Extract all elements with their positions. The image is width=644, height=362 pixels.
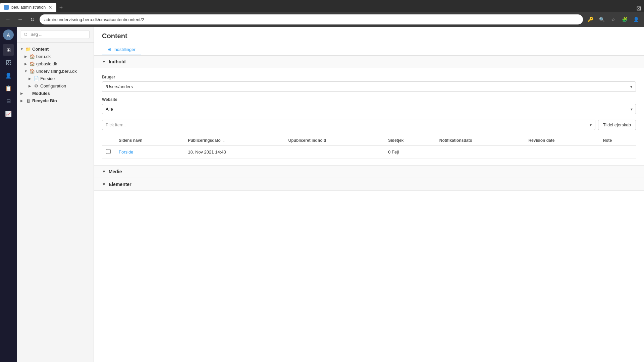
zoom-icon[interactable]: 🔍 [597,15,606,24]
arrow-right-icon: ▶ [19,91,24,96]
arrow-right-icon: ▶ [28,83,32,88]
main-content: Content ⊞ Indstillinger ▼ Indhold Bruger [94,27,644,362]
browser-toolbar: ← → ↻ admin.undervisning.beru.dk/cms/#co… [0,12,644,27]
address-bar[interactable]: admin.undervisning.beru.dk/cms/#content/… [40,14,583,24]
sort-desc-icon: ↓ [223,139,225,142]
section-indhold-header[interactable]: ▼ Indhold [94,56,644,68]
col-sidens-navn: Sidens navn [115,135,184,146]
refresh-button[interactable]: ↻ [28,15,37,24]
analytics-nav-icon[interactable]: 📈 [3,108,14,119]
sidebar-item-undervisning[interactable]: ▼ 🏠 undervisning.beru.dk [17,67,94,75]
arrow-right-icon: ▶ [23,61,28,66]
col-note: Note [599,135,636,146]
row-notifikationsdato [435,146,525,159]
arrow-down-icon: ▼ [23,69,28,73]
main-header: Content ⊞ Indstillinger [94,27,644,56]
row-revision-date [524,146,599,159]
sidebar-item-forside[interactable]: ▶ 📄 Forside [17,75,94,82]
tab-close-button[interactable]: ✕ [48,5,52,10]
tab-indstillinger[interactable]: ⊞ Indstillinger [102,44,141,55]
sidebar-search-container [17,27,94,43]
tab-settings-icon: ⊞ [107,47,111,52]
browser-window-controls: ⊠ [66,5,644,12]
chevron-down-icon: ▼ [102,182,106,187]
page-icon: 📄 [34,76,39,81]
row-upubliceret [284,146,384,159]
table-header-row: Sidens navn Publiceringsdato ↓ Upublicer… [102,135,636,146]
sidebar-item-beru[interactable]: ▶ 🏠 beru.dk [17,53,94,60]
avatar[interactable]: A [3,29,14,40]
arrow-down-icon: ▼ [19,47,24,51]
arrow-right-icon: ▶ [19,98,24,103]
sidebar-item-label: Configuration [40,83,66,88]
website-field: Website Alle beru.dk gobasic.dk undervis… [102,97,636,114]
sidebar-tree: ▼ 📁 Content ▶ 🏠 beru.dk ▶ 🏠 gobasic.dk ▼… [17,43,94,362]
sidebar-item-modules[interactable]: ▶ Modules [17,89,94,97]
profile-icon[interactable]: 👤 [631,15,641,24]
website-select-wrapper: Alle beru.dk gobasic.dk undervisning.ber… [102,104,636,114]
active-tab[interactable]: beru administration ✕ [0,3,56,12]
chevron-down-icon: ▾ [630,84,632,89]
arrow-right-icon: ▶ [28,76,32,81]
home-icon: 🏠 [30,54,35,59]
forside-link[interactable]: Forside [119,149,133,155]
main-body: ▼ Indhold Bruger /Users/anders ▾ Webs [94,56,644,362]
modules-nav-icon[interactable]: ⊟ [3,95,14,107]
new-tab-button[interactable]: + [56,3,66,12]
key-icon[interactable]: 🔑 [586,15,595,24]
home-icon: 🏠 [30,61,35,66]
browser-chrome: beru administration ✕ + ⊠ ← → ↻ admin.un… [0,0,644,27]
section-medie: ▼ Medie [94,166,644,178]
users-nav-icon[interactable]: 👤 [3,70,14,81]
sidebar: ▼ 📁 Content ▶ 🏠 beru.dk ▶ 🏠 gobasic.dk ▼… [17,27,94,362]
main-tabs: ⊞ Indstillinger [102,44,636,55]
browser-tabs: beru administration ✕ + ⊠ [0,0,644,12]
bruger-field: Bruger /Users/anders ▾ [102,75,636,92]
sidebar-item-label: undervisning.beru.dk [36,69,77,74]
media-nav-icon[interactable]: 🖼 [3,57,14,68]
chevron-down-icon: ▼ [102,169,106,174]
row-checkbox-cell [102,146,115,159]
bruger-label: Bruger [102,75,636,79]
home-icon: 🏠 [30,68,35,74]
content-nav-icon[interactable]: ⊞ [3,44,14,56]
section-elementer-header[interactable]: ▼ Elementer [94,178,644,191]
col-notifikationsdato: Notifikationsdato [435,135,525,146]
section-medie-header[interactable]: ▼ Medie [94,166,644,178]
toolbar-icons: 🔑 🔍 ☆ 🧩 👤 [586,15,641,24]
row-sidetjek: 0 Fejl [384,146,435,159]
table-body: Forside 18. Nov 2021 14:43 0 Fejl [102,146,636,159]
website-select[interactable]: Alle beru.dk gobasic.dk undervisning.ber… [102,104,636,114]
module-icon [25,90,31,96]
arrow-right-icon: ▶ [23,54,28,59]
col-upubliceret: Upubliceret indhold [284,135,384,146]
assign-button[interactable]: Tildel ejerskab [598,120,636,130]
sidebar-item-label: gobasic.dk [36,61,57,66]
icon-rail: A ⊞ 🖼 👤 📋 ⊟ 📈 [0,27,17,362]
sidebar-item-content[interactable]: ▼ 📁 Content [17,45,94,53]
sidebar-item-gobasic[interactable]: ▶ 🏠 gobasic.dk [17,60,94,67]
bruger-select[interactable]: /Users/anders ▾ [102,81,636,92]
col-publiceringsdato[interactable]: Publiceringsdato ↓ [184,135,284,146]
website-label: Website [102,97,636,102]
sidebar-item-label: Content [32,47,49,52]
extensions-icon[interactable]: 🧩 [620,15,629,24]
section-indhold: ▼ Indhold Bruger /Users/anders ▾ Webs [94,56,644,166]
col-checkbox [102,135,115,146]
sidebar-item-recycle-bin[interactable]: ▶ 🗑 Recycle Bin [17,97,94,104]
forms-nav-icon[interactable]: 📋 [3,82,14,94]
forward-button[interactable]: → [15,15,25,24]
row-checkbox[interactable] [106,149,111,154]
section-elementer: ▼ Elementer [94,178,644,191]
section-medie-title: Medie [109,169,122,174]
search-input[interactable] [21,30,90,39]
pick-item-select[interactable]: Pick item.. ▾ [102,120,595,130]
sidebar-item-label: beru.dk [36,54,51,59]
sidebar-item-configuration[interactable]: ▶ ⚙ Configuration [17,82,94,89]
tab-favicon [4,5,9,10]
bookmark-icon[interactable]: ☆ [608,15,618,24]
back-button[interactable]: ← [3,15,13,24]
recycle-bin-icon: 🗑 [25,98,31,103]
app: A ⊞ 🖼 👤 📋 ⊟ 📈 ▼ 📁 Content ▶ 🏠 beru.dk [0,27,644,362]
sidebar-item-label: Forside [40,76,55,81]
